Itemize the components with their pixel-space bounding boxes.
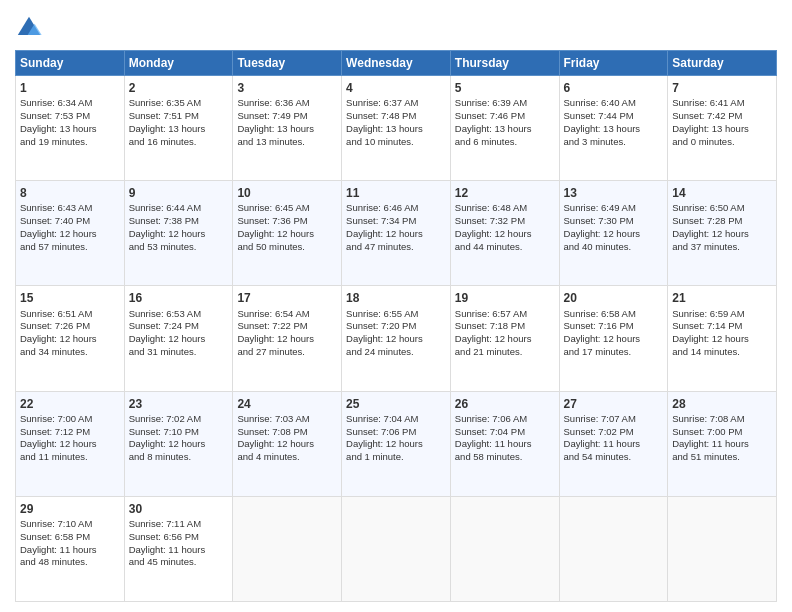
- day-number: 24: [237, 396, 337, 412]
- day-info-line: and 17 minutes.: [564, 346, 664, 359]
- calendar-cell: 1Sunrise: 6:34 AMSunset: 7:53 PMDaylight…: [16, 76, 125, 181]
- day-info-line: Daylight: 12 hours: [455, 228, 555, 241]
- calendar-cell: 16Sunrise: 6:53 AMSunset: 7:24 PMDayligh…: [124, 286, 233, 391]
- day-info-line: and 58 minutes.: [455, 451, 555, 464]
- day-number: 29: [20, 501, 120, 517]
- day-info-line: and 31 minutes.: [129, 346, 229, 359]
- col-header-thursday: Thursday: [450, 51, 559, 76]
- day-info-line: Sunset: 7:10 PM: [129, 426, 229, 439]
- day-info-line: Daylight: 12 hours: [346, 333, 446, 346]
- day-info-line: and 57 minutes.: [20, 241, 120, 254]
- calendar-cell: 7Sunrise: 6:41 AMSunset: 7:42 PMDaylight…: [668, 76, 777, 181]
- col-header-sunday: Sunday: [16, 51, 125, 76]
- day-number: 12: [455, 185, 555, 201]
- calendar-week-3: 15Sunrise: 6:51 AMSunset: 7:26 PMDayligh…: [16, 286, 777, 391]
- day-info-line: and 37 minutes.: [672, 241, 772, 254]
- day-info-line: Sunset: 7:26 PM: [20, 320, 120, 333]
- day-number: 1: [20, 80, 120, 96]
- day-info-line: Sunset: 7:12 PM: [20, 426, 120, 439]
- day-info-line: Sunrise: 6:36 AM: [237, 97, 337, 110]
- day-info-line: Sunset: 7:42 PM: [672, 110, 772, 123]
- calendar-cell: 11Sunrise: 6:46 AMSunset: 7:34 PMDayligh…: [342, 181, 451, 286]
- day-info-line: Sunset: 7:40 PM: [20, 215, 120, 228]
- calendar-cell: [450, 496, 559, 601]
- day-info-line: Sunrise: 6:55 AM: [346, 308, 446, 321]
- day-info-line: Daylight: 12 hours: [346, 228, 446, 241]
- day-number: 15: [20, 290, 120, 306]
- day-number: 22: [20, 396, 120, 412]
- page: SundayMondayTuesdayWednesdayThursdayFrid…: [0, 0, 792, 612]
- day-info-line: and 51 minutes.: [672, 451, 772, 464]
- day-number: 13: [564, 185, 664, 201]
- day-number: 25: [346, 396, 446, 412]
- calendar-cell: 17Sunrise: 6:54 AMSunset: 7:22 PMDayligh…: [233, 286, 342, 391]
- day-number: 4: [346, 80, 446, 96]
- day-info-line: Sunset: 7:53 PM: [20, 110, 120, 123]
- day-info-line: Sunrise: 6:57 AM: [455, 308, 555, 321]
- day-info-line: and 8 minutes.: [129, 451, 229, 464]
- calendar-cell: 3Sunrise: 6:36 AMSunset: 7:49 PMDaylight…: [233, 76, 342, 181]
- day-info-line: Sunrise: 6:53 AM: [129, 308, 229, 321]
- calendar-cell: 4Sunrise: 6:37 AMSunset: 7:48 PMDaylight…: [342, 76, 451, 181]
- day-info-line: Sunrise: 7:07 AM: [564, 413, 664, 426]
- day-number: 6: [564, 80, 664, 96]
- calendar-cell: 15Sunrise: 6:51 AMSunset: 7:26 PMDayligh…: [16, 286, 125, 391]
- day-info-line: Sunrise: 6:34 AM: [20, 97, 120, 110]
- day-info-line: Sunset: 7:46 PM: [455, 110, 555, 123]
- day-info-line: and 13 minutes.: [237, 136, 337, 149]
- day-number: 14: [672, 185, 772, 201]
- day-info-line: Sunset: 7:34 PM: [346, 215, 446, 228]
- day-number: 3: [237, 80, 337, 96]
- calendar-cell: 27Sunrise: 7:07 AMSunset: 7:02 PMDayligh…: [559, 391, 668, 496]
- day-info-line: Sunrise: 7:04 AM: [346, 413, 446, 426]
- day-info-line: Daylight: 12 hours: [672, 228, 772, 241]
- calendar-cell: 18Sunrise: 6:55 AMSunset: 7:20 PMDayligh…: [342, 286, 451, 391]
- day-info-line: Daylight: 12 hours: [237, 228, 337, 241]
- calendar-cell: 26Sunrise: 7:06 AMSunset: 7:04 PMDayligh…: [450, 391, 559, 496]
- day-info-line: Sunrise: 7:06 AM: [455, 413, 555, 426]
- calendar-table: SundayMondayTuesdayWednesdayThursdayFrid…: [15, 50, 777, 602]
- day-info-line: Daylight: 13 hours: [20, 123, 120, 136]
- day-number: 27: [564, 396, 664, 412]
- day-info-line: Sunset: 6:56 PM: [129, 531, 229, 544]
- day-info-line: Sunrise: 6:44 AM: [129, 202, 229, 215]
- day-info-line: Sunrise: 6:46 AM: [346, 202, 446, 215]
- day-info-line: Sunrise: 7:03 AM: [237, 413, 337, 426]
- logo: [15, 14, 47, 42]
- day-info-line: Daylight: 13 hours: [672, 123, 772, 136]
- calendar-cell: 28Sunrise: 7:08 AMSunset: 7:00 PMDayligh…: [668, 391, 777, 496]
- day-info-line: Sunset: 7:22 PM: [237, 320, 337, 333]
- calendar-week-2: 8Sunrise: 6:43 AMSunset: 7:40 PMDaylight…: [16, 181, 777, 286]
- col-header-saturday: Saturday: [668, 51, 777, 76]
- day-info-line: Sunset: 7:00 PM: [672, 426, 772, 439]
- calendar-cell: 22Sunrise: 7:00 AMSunset: 7:12 PMDayligh…: [16, 391, 125, 496]
- day-info-line: Daylight: 11 hours: [20, 544, 120, 557]
- day-info-line: Daylight: 12 hours: [564, 333, 664, 346]
- day-number: 18: [346, 290, 446, 306]
- day-info-line: and 16 minutes.: [129, 136, 229, 149]
- day-info-line: Sunrise: 7:08 AM: [672, 413, 772, 426]
- day-number: 9: [129, 185, 229, 201]
- day-info-line: Sunrise: 6:50 AM: [672, 202, 772, 215]
- calendar-cell: 23Sunrise: 7:02 AMSunset: 7:10 PMDayligh…: [124, 391, 233, 496]
- day-info-line: Sunrise: 6:45 AM: [237, 202, 337, 215]
- calendar-cell: 10Sunrise: 6:45 AMSunset: 7:36 PMDayligh…: [233, 181, 342, 286]
- day-info-line: and 4 minutes.: [237, 451, 337, 464]
- day-info-line: Sunrise: 6:54 AM: [237, 308, 337, 321]
- calendar-cell: 9Sunrise: 6:44 AMSunset: 7:38 PMDaylight…: [124, 181, 233, 286]
- day-info-line: Sunset: 7:28 PM: [672, 215, 772, 228]
- day-info-line: and 10 minutes.: [346, 136, 446, 149]
- day-info-line: and 44 minutes.: [455, 241, 555, 254]
- day-info-line: and 40 minutes.: [564, 241, 664, 254]
- day-info-line: Sunset: 7:06 PM: [346, 426, 446, 439]
- day-info-line: and 54 minutes.: [564, 451, 664, 464]
- day-info-line: Daylight: 12 hours: [20, 228, 120, 241]
- day-info-line: and 50 minutes.: [237, 241, 337, 254]
- day-info-line: Sunset: 7:51 PM: [129, 110, 229, 123]
- day-info-line: and 21 minutes.: [455, 346, 555, 359]
- calendar-cell: 12Sunrise: 6:48 AMSunset: 7:32 PMDayligh…: [450, 181, 559, 286]
- day-info-line: and 6 minutes.: [455, 136, 555, 149]
- day-info-line: Sunset: 7:38 PM: [129, 215, 229, 228]
- day-info-line: Sunset: 7:49 PM: [237, 110, 337, 123]
- day-info-line: Daylight: 13 hours: [455, 123, 555, 136]
